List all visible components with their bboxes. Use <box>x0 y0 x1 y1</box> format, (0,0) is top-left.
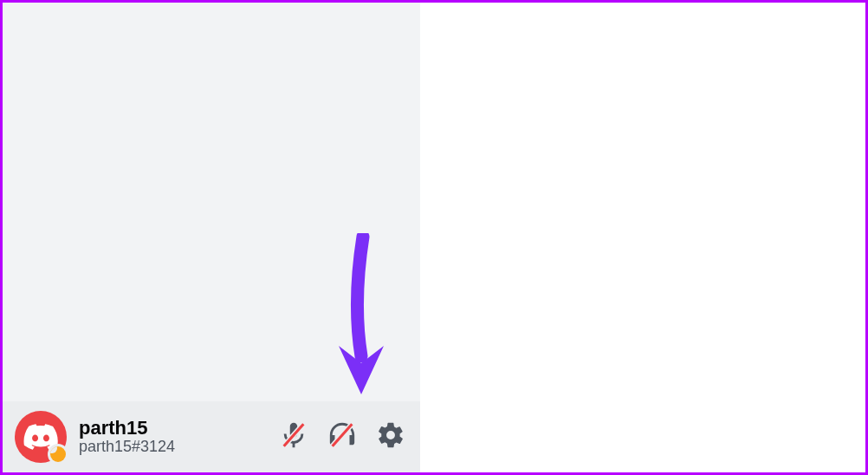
gear-icon <box>376 420 405 453</box>
microphone-muted-icon <box>279 420 308 453</box>
user-action-bar <box>276 420 408 454</box>
user-info[interactable]: parth15 parth15#3124 <box>79 418 276 456</box>
app-frame: parth15 parth15#3124 <box>0 0 868 475</box>
user-avatar[interactable] <box>15 411 67 463</box>
settings-button[interactable] <box>373 420 408 454</box>
username-label: parth15 <box>79 418 276 439</box>
sidebar-empty-area <box>3 3 420 401</box>
mute-button[interactable] <box>276 420 311 454</box>
main-content-area <box>420 3 865 472</box>
user-panel: parth15 parth15#3124 <box>3 401 420 472</box>
headphones-muted-icon <box>327 420 357 453</box>
idle-moon-icon <box>48 444 68 465</box>
usertag-label: parth15#3124 <box>79 439 276 456</box>
deafen-button[interactable] <box>325 420 360 454</box>
sidebar-pane: parth15 parth15#3124 <box>3 3 420 472</box>
